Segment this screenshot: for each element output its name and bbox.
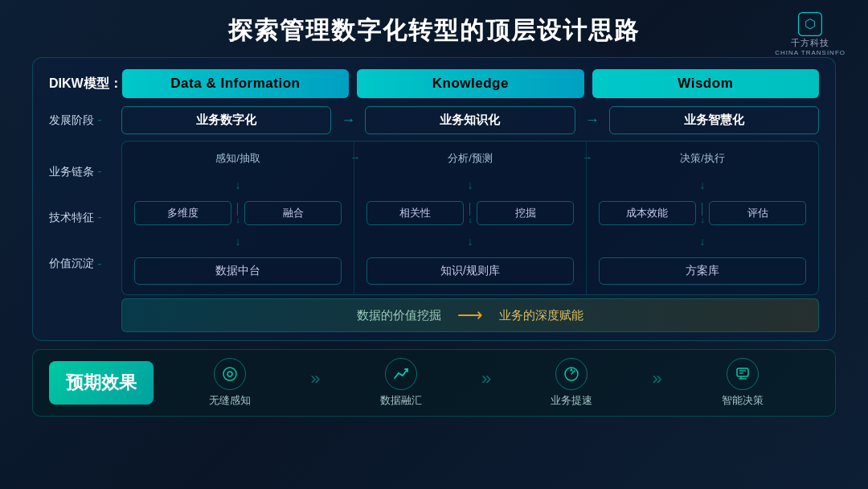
phase-cell-0: 业务数字化 [121, 106, 331, 134]
col-header-knowledge: Knowledge [357, 69, 583, 98]
effects-items: 无缝感知 » 数据融汇 » [154, 358, 819, 408]
svg-line-5 [571, 371, 575, 374]
dikw-label: DIKW模型： [49, 76, 122, 92]
tech-label-row: 技术特征 [49, 211, 121, 225]
bottom-arrow: ⟶ [457, 305, 483, 326]
effect-label-1: 数据融汇 [380, 393, 422, 408]
tech-row-0: 多维度 │ ↓ 融合 [134, 201, 342, 225]
svg-text:⬡: ⬡ [805, 17, 816, 31]
logo-sub: CHINA TRANSINFO [775, 49, 845, 56]
col-knowledge: 分析/预测 ↓ 相关性 │ ↓ 挖掘 ↓ 知识/规则库 → [354, 142, 587, 294]
tech-left-1: 相关性 [366, 201, 464, 225]
svg-point-2 [223, 368, 236, 380]
bottom-right: 业务的深度赋能 [499, 308, 583, 323]
columns-area: 感知/抽取 ↓ 多维度 │ ↓ 融合 ↓ 数据中台 [121, 141, 819, 295]
effects-section: 预期效果 无缝感知 » [32, 349, 836, 417]
tech-row-1: 相关性 │ ↓ 挖掘 [366, 201, 574, 225]
col-header-wisdom: Wisdom [592, 69, 819, 98]
bottom-bar: 数据的价值挖掘 ⟶ 业务的深度赋能 [121, 298, 819, 332]
effect-label-0: 无缝感知 [209, 393, 251, 408]
svg-rect-6 [737, 368, 748, 376]
tech-right-0: 融合 [244, 201, 342, 225]
effect-item-3: 智能决策 [666, 358, 819, 408]
value-label-row: 价值沉淀 [49, 257, 121, 271]
effect-item-2: 业务提速 [495, 358, 648, 408]
tech-right-1: 挖掘 [477, 201, 574, 225]
header-row: DIKW模型： Data & Information Knowledge Wis… [49, 69, 819, 98]
chain-cell-2: 决策/执行 [599, 151, 806, 166]
side-labels: 业务链条 技术特征 价值沉淀 [49, 141, 121, 295]
col-data: 感知/抽取 ↓ 多维度 │ ↓ 融合 ↓ 数据中台 [122, 142, 354, 294]
value-cell-1: 知识/规则库 [366, 257, 574, 285]
chain-cell-0: 感知/抽取 [134, 151, 342, 166]
effect-icon-1 [385, 358, 417, 390]
tech-right-2: 评估 [709, 201, 806, 225]
logo: ⬡ 千方科技 CHINA TRANSINFO [775, 11, 845, 56]
title-area: 探索管理数字化转型的顶层设计思路 [0, 0, 868, 57]
effect-item-1: 数据融汇 [325, 358, 477, 408]
effect-icon-2 [555, 358, 588, 390]
col-wisdom: 决策/执行 ↓ 成本效能 │ ↓ 评估 ↓ 方案库 [587, 142, 818, 294]
phase-label: 发展阶段 [49, 113, 121, 128]
col-headers: Data & Information Knowledge Wisdom [122, 69, 819, 98]
chain-label-row: 业务链条 [49, 165, 121, 179]
double-arrow-1: » [306, 368, 324, 389]
col-header-data: Data & Information [122, 69, 349, 98]
effect-label-3: 智能决策 [722, 393, 764, 408]
chain-cell-1: 分析/预测 [366, 151, 574, 166]
phase-cell-1: 业务知识化 [365, 106, 575, 134]
tech-left-0: 多维度 [134, 201, 231, 225]
effect-icon-0 [214, 358, 246, 390]
effect-icon-3 [727, 358, 759, 390]
logo-name: 千方科技 [791, 37, 829, 49]
double-arrow-3: » [648, 368, 665, 389]
tech-divider-2: │ ↓ [696, 203, 709, 224]
effect-item-0: 无缝感知 [154, 358, 306, 408]
main-container: ⬡ 千方科技 CHINA TRANSINFO 探索管理数字化转型的顶层设计思路 … [0, 0, 868, 489]
phase-cell-2: 业务智慧化 [609, 106, 819, 134]
tech-left-2: 成本效能 [599, 201, 696, 225]
dikw-section: DIKW模型： Data & Information Knowledge Wis… [32, 57, 836, 341]
effects-title: 预期效果 [49, 361, 154, 405]
phase-row: 发展阶段 业务数字化 → 业务知识化 → 业务智慧化 [49, 106, 819, 134]
tech-divider-1: │ ↓ [464, 203, 477, 224]
double-arrow-2: » [477, 368, 495, 389]
content-wrap: DIKW模型： Data & Information Knowledge Wis… [0, 57, 868, 417]
tech-row-2: 成本效能 │ ↓ 评估 [599, 201, 806, 225]
value-cell-0: 数据中台 [134, 257, 342, 285]
arrow-1: → [341, 112, 355, 129]
tech-divider-0: │ ↓ [231, 203, 244, 224]
bottom-left: 数据的价值挖掘 [357, 308, 441, 323]
phase-cells: 业务数字化 → 业务知识化 → 业务智慧化 [121, 106, 819, 134]
page-title: 探索管理数字化转型的顶层设计思路 [228, 17, 640, 43]
value-cell-2: 方案库 [599, 257, 806, 285]
effect-label-2: 业务提速 [551, 393, 592, 408]
arrow-2: → [585, 112, 600, 129]
svg-point-3 [227, 372, 232, 376]
